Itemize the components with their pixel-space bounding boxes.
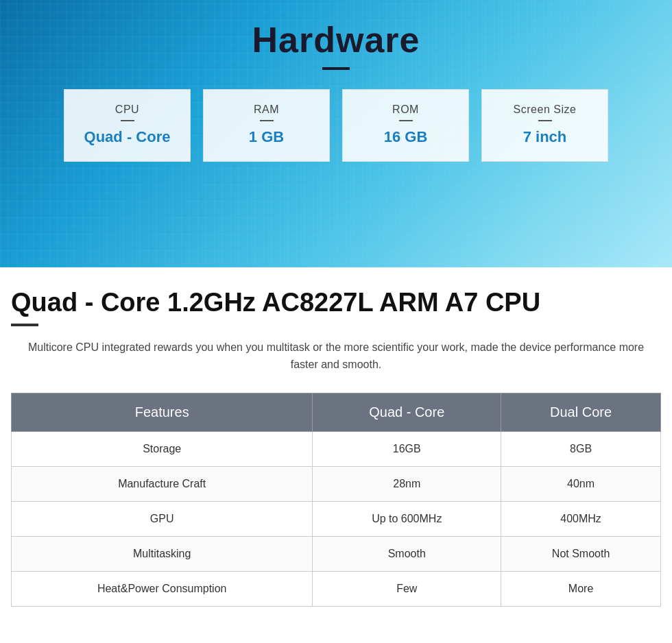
hero-title-divider (322, 67, 350, 70)
spec-value-rom: 16 GB (354, 128, 457, 146)
spec-value-cpu: Quad - Core (75, 128, 179, 146)
section-description: Multicore CPU integrated rewards you whe… (11, 339, 661, 374)
spec-value-ram: 1 GB (215, 128, 318, 146)
table-row: Heat&Power ConsumptionFewMore (12, 571, 661, 606)
table-cell-feature: Heat&Power Consumption (12, 571, 313, 606)
spec-divider-screen (538, 120, 552, 121)
table-cell-quad: Few (313, 571, 501, 606)
comparison-table: Features Quad - Core Dual Core Storage16… (11, 393, 661, 607)
table-cell-dual: 40nm (501, 466, 661, 501)
spec-card-ram: RAM 1 GB (203, 89, 330, 162)
table-header-dual: Dual Core (501, 393, 661, 431)
table-cell-quad: 28nm (313, 466, 501, 501)
section-title: Quad - Core 1.2GHz AC8227L ARM A7 CPU (11, 288, 661, 318)
spec-label-ram: RAM (215, 104, 318, 116)
table-cell-feature: Storage (12, 431, 313, 466)
spec-label-cpu: CPU (75, 104, 179, 116)
table-cell-feature: GPU (12, 501, 313, 536)
spec-card-cpu: CPU Quad - Core (64, 89, 191, 162)
table-cell-dual: Not Smooth (501, 536, 661, 571)
table-cell-feature: Multitasking (12, 536, 313, 571)
table-cell-dual: More (501, 571, 661, 606)
table-cell-quad: Smooth (313, 536, 501, 571)
spec-card-rom: ROM 16 GB (342, 89, 469, 162)
specs-row: CPU Quad - Core RAM 1 GB ROM 16 GB Scree… (64, 89, 608, 162)
table-cell-quad: 16GB (313, 431, 501, 466)
spec-divider-cpu (121, 120, 134, 121)
spec-card-screen: Screen Size 7 inch (481, 89, 608, 162)
content-section: Quad - Core 1.2GHz AC8227L ARM A7 CPU Mu… (0, 267, 672, 620)
table-cell-dual: 400MHz (501, 501, 661, 536)
spec-label-rom: ROM (354, 104, 457, 116)
spec-divider-ram (260, 120, 274, 121)
table-row: Manufacture Craft28nm40nm (12, 466, 661, 501)
table-cell-feature: Manufacture Craft (12, 466, 313, 501)
hero-title: Hardware (252, 19, 420, 60)
spec-label-screen: Screen Size (493, 104, 597, 116)
table-row: Storage16GB8GB (12, 431, 661, 466)
spec-divider-rom (399, 120, 413, 121)
table-row: GPUUp to 600MHz400MHz (12, 501, 661, 536)
hero-section: Hardware CPU Quad - Core RAM 1 GB ROM 16… (0, 0, 672, 267)
table-row: MultitaskingSmoothNot Smooth (12, 536, 661, 571)
spec-value-screen: 7 inch (493, 128, 597, 146)
table-cell-quad: Up to 600MHz (313, 501, 501, 536)
table-cell-dual: 8GB (501, 431, 661, 466)
table-header-features: Features (12, 393, 313, 431)
table-header-quad: Quad - Core (313, 393, 501, 431)
title-underline (11, 324, 38, 326)
